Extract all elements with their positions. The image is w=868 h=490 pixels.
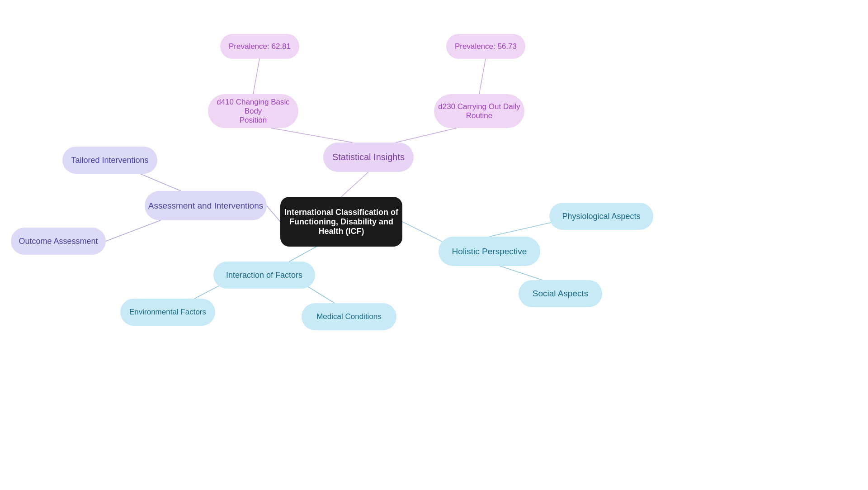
statistical-insights-node[interactable]: Statistical Insights — [323, 143, 414, 172]
svg-line-6 — [140, 174, 181, 191]
social-aspects-node[interactable]: Social Aspects — [519, 280, 602, 307]
environmental-factors-node[interactable]: Environmental Factors — [120, 299, 215, 326]
d410-node[interactable]: d410 Changing Basic Body Position — [208, 94, 298, 128]
svg-line-2 — [253, 59, 259, 94]
center-node[interactable]: International Classification of Function… — [280, 197, 402, 247]
holistic-perspective-node[interactable]: Holistic Perspective — [439, 237, 540, 266]
svg-line-0 — [341, 172, 368, 197]
outcome-assessment-node[interactable]: Outcome Assessment — [11, 228, 106, 255]
svg-line-11 — [289, 247, 316, 262]
interaction-of-factors-node[interactable]: Interaction of Factors — [213, 262, 315, 289]
prevalence1-node[interactable]: Prevalence: 62.81 — [220, 34, 299, 59]
svg-line-1 — [271, 128, 353, 143]
svg-line-7 — [106, 220, 160, 241]
svg-line-5 — [267, 206, 280, 222]
physiological-aspects-node[interactable]: Physiological Aspects — [549, 203, 653, 230]
svg-line-4 — [479, 59, 486, 94]
svg-line-3 — [396, 128, 457, 143]
tailored-interventions-node[interactable]: Tailored Interventions — [62, 147, 157, 174]
assessment-interventions-node[interactable]: Assessment and Interventions — [145, 191, 267, 220]
prevalence2-node[interactable]: Prevalence: 56.73 — [446, 34, 525, 59]
medical-conditions-node[interactable]: Medical Conditions — [302, 303, 396, 330]
d230-node[interactable]: d230 Carrying Out Daily Routine — [434, 94, 524, 128]
